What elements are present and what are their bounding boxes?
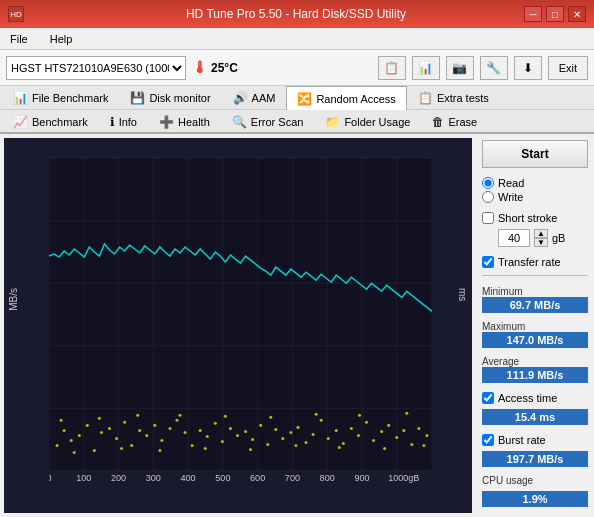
svg-point-67	[259, 424, 262, 427]
svg-point-64	[236, 434, 239, 437]
svg-text:1000gB: 1000gB	[388, 473, 419, 483]
minimum-section: Minimum 69.7 MB/s	[482, 283, 588, 313]
svg-point-83	[380, 430, 383, 433]
menu-file[interactable]: File	[4, 31, 34, 47]
tab-extra-tests[interactable]: 📋 Extra tests	[407, 86, 500, 109]
svg-point-99	[249, 448, 252, 451]
svg-point-106	[405, 412, 408, 415]
stroke-value-input[interactable]: 40	[498, 229, 530, 247]
menu-help[interactable]: Help	[44, 31, 79, 47]
read-radio-label[interactable]: Read	[482, 177, 588, 189]
write-radio-label[interactable]: Write	[482, 191, 588, 203]
svg-point-57	[184, 431, 187, 434]
svg-point-40	[56, 444, 59, 447]
svg-text:800: 800	[320, 473, 335, 483]
burst-rate-checkbox[interactable]	[482, 434, 494, 446]
svg-text:500: 500	[215, 473, 230, 483]
burst-rate-label[interactable]: Burst rate	[482, 434, 588, 446]
write-radio[interactable]	[482, 191, 494, 203]
disk-selector[interactable]: HGST HTS721010A9E630 (1000 gB)	[6, 56, 186, 80]
tab-benchmark[interactable]: 📈 Benchmark	[2, 110, 99, 132]
maximum-section: Maximum 147.0 MB/s	[482, 318, 588, 348]
file-benchmark-icon: 📊	[13, 91, 28, 105]
toolbar-btn-4[interactable]: 🔧	[480, 56, 508, 80]
maximum-value: 147.0 MB/s	[482, 332, 588, 348]
svg-point-48	[115, 437, 118, 440]
svg-point-45	[93, 449, 96, 452]
tab-erase[interactable]: 🗑 Erase	[421, 110, 488, 132]
tab-file-benchmark[interactable]: 📊 File Benchmark	[2, 86, 119, 109]
svg-point-87	[410, 443, 413, 446]
tab-aam[interactable]: 🔊 AAM	[222, 86, 287, 109]
exit-button[interactable]: Exit	[548, 56, 588, 80]
access-time-checkbox[interactable]	[482, 392, 494, 404]
gb-label: gB	[552, 232, 565, 244]
svg-point-102	[315, 413, 318, 416]
access-time-label[interactable]: Access time	[482, 392, 588, 404]
info-icon: ℹ	[110, 115, 115, 129]
aam-icon: 🔊	[233, 91, 248, 105]
y2-axis-label: ms	[457, 288, 468, 301]
svg-point-100	[269, 416, 272, 419]
svg-point-74	[312, 433, 315, 436]
svg-point-89	[425, 434, 428, 437]
transfer-rate-checkbox[interactable]	[482, 256, 494, 268]
svg-point-82	[372, 439, 375, 442]
svg-point-84	[387, 424, 390, 427]
short-stroke-checkbox[interactable]	[482, 212, 494, 224]
tab-bar-2: 📈 Benchmark ℹ Info ➕ Health 🔍 Error Scan…	[0, 110, 594, 134]
minimize-button[interactable]: ─	[524, 6, 542, 22]
svg-point-107	[422, 444, 425, 447]
tab-folder-usage[interactable]: 📁 Folder Usage	[314, 110, 421, 132]
toolbar-btn-3[interactable]: 📷	[446, 56, 474, 80]
erase-icon: 🗑	[432, 115, 444, 129]
svg-point-71	[289, 431, 292, 434]
svg-text:900: 900	[354, 473, 369, 483]
svg-point-78	[342, 442, 345, 445]
svg-text:600: 600	[250, 473, 265, 483]
svg-point-72	[296, 426, 299, 429]
transfer-rate-label[interactable]: Transfer rate	[482, 256, 588, 268]
temperature-value: 25°C	[211, 61, 238, 75]
svg-point-70	[281, 437, 284, 440]
svg-point-103	[338, 446, 341, 449]
tab-health[interactable]: ➕ Health	[148, 110, 221, 132]
health-icon: ➕	[159, 115, 174, 129]
svg-point-76	[327, 437, 330, 440]
tab-info[interactable]: ℹ Info	[99, 110, 148, 132]
svg-point-53	[153, 424, 156, 427]
stroke-up-button[interactable]: ▲	[534, 229, 548, 238]
svg-point-49	[123, 421, 126, 424]
cpu-usage-value: 1.9%	[482, 491, 588, 507]
svg-point-60	[206, 435, 209, 438]
toolbar-btn-2[interactable]: 📊	[412, 56, 440, 80]
svg-point-56	[175, 419, 178, 422]
tab-error-scan[interactable]: 🔍 Error Scan	[221, 110, 315, 132]
tab-disk-monitor[interactable]: 💾 Disk monitor	[119, 86, 221, 109]
window-controls: ─ □ ✕	[524, 6, 586, 22]
read-radio[interactable]	[482, 177, 494, 189]
extra-tests-icon: 📋	[418, 91, 433, 105]
close-button[interactable]: ✕	[568, 6, 586, 22]
toolbar-btn-5[interactable]: ⬇	[514, 56, 542, 80]
svg-point-52	[145, 434, 148, 437]
svg-point-98	[224, 415, 227, 418]
stroke-down-button[interactable]: ▼	[534, 238, 548, 247]
read-write-group: Read Write	[482, 177, 588, 203]
svg-point-51	[138, 429, 141, 432]
svg-point-105	[383, 447, 386, 450]
benchmark-icon: 📈	[13, 115, 28, 129]
svg-point-44	[86, 424, 89, 427]
short-stroke-label[interactable]: Short stroke	[482, 212, 588, 224]
toolbar-btn-1[interactable]: 📋	[378, 56, 406, 80]
svg-point-81	[365, 421, 368, 424]
maximize-button[interactable]: □	[546, 6, 564, 22]
tab-random-access[interactable]: 🔀 Random Access	[286, 86, 406, 110]
svg-point-85	[395, 436, 398, 439]
chart-area: MB/s ms	[4, 138, 472, 513]
stroke-control: 40 ▲ ▼ gB	[498, 229, 588, 247]
y-axis-label: MB/s	[8, 288, 19, 311]
svg-point-88	[417, 427, 420, 430]
svg-point-75	[320, 419, 323, 422]
start-button[interactable]: Start	[482, 140, 588, 168]
